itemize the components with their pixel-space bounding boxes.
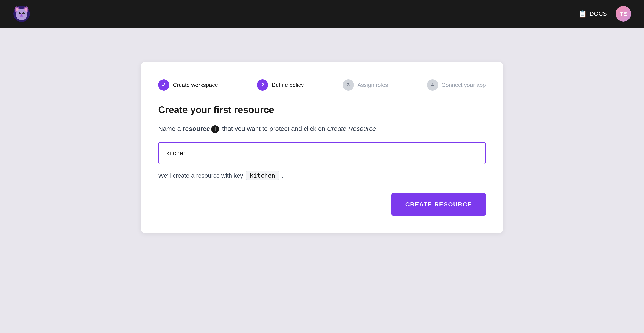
user-initials: TE (620, 11, 627, 17)
docs-label: DOCS (590, 10, 607, 17)
step-divider-1 (223, 85, 252, 85)
desc-cta: Create Resource (327, 125, 376, 132)
key-info: We'll create a resource with key kitchen… (158, 171, 486, 180)
step-create-workspace: ✓ Create workspace (158, 79, 218, 91)
svg-point-11 (20, 14, 24, 17)
desc-period: . (376, 125, 378, 132)
check-icon: ✓ (162, 82, 166, 88)
step-assign-roles: 3 Assign roles (343, 79, 388, 91)
svg-point-8 (20, 13, 20, 14)
step-1-label: Create workspace (173, 82, 218, 88)
navbar-right: 📋 DOCS TE (578, 6, 631, 22)
step-2-label: Define policy (272, 82, 304, 88)
user-avatar[interactable]: TE (616, 6, 631, 22)
form-description: Name a resourcei that you want to protec… (158, 124, 486, 134)
step-1-circle: ✓ (158, 79, 170, 91)
resource-name-input[interactable] (158, 142, 486, 164)
key-info-prefix: We'll create a resource with key (158, 172, 245, 179)
step-2-circle: 2 (257, 79, 268, 91)
desc-prefix: Name a (158, 125, 182, 132)
step-4-label: Connect your app (442, 82, 486, 88)
step-3-circle: 3 (343, 79, 354, 91)
create-resource-button[interactable]: CREATE RESOURCE (392, 193, 486, 216)
app-logo[interactable] (13, 5, 30, 23)
step-connect-app: 4 Connect your app (427, 79, 486, 91)
step-4-number: 4 (431, 82, 434, 88)
button-area: CREATE RESOURCE (158, 193, 486, 216)
step-3-label: Assign roles (357, 82, 388, 88)
docs-link[interactable]: 📋 DOCS (578, 10, 607, 18)
svg-point-9 (24, 13, 24, 14)
main-content: ✓ Create workspace 2 Define policy 3 Ass… (0, 28, 644, 333)
step-4-circle: 4 (427, 79, 438, 91)
step-2-number: 2 (261, 82, 264, 88)
step-define-policy: 2 Define policy (257, 79, 304, 91)
desc-resource-word: resource (182, 125, 210, 132)
step-divider-2 (309, 85, 338, 85)
key-badge: kitchen (246, 171, 279, 180)
main-card: ✓ Create workspace 2 Define policy 3 Ass… (141, 62, 503, 233)
navbar: 📋 DOCS TE (0, 0, 644, 28)
form-title: Create your first resource (158, 104, 486, 115)
info-icon[interactable]: i (211, 125, 219, 133)
desc-suffix: that you want to protect and click on (220, 125, 327, 132)
step-divider-3 (393, 85, 422, 85)
docs-icon: 📋 (578, 10, 587, 18)
stepper: ✓ Create workspace 2 Define policy 3 Ass… (158, 79, 486, 91)
step-3-number: 3 (347, 82, 350, 88)
key-info-suffix: . (280, 172, 284, 179)
